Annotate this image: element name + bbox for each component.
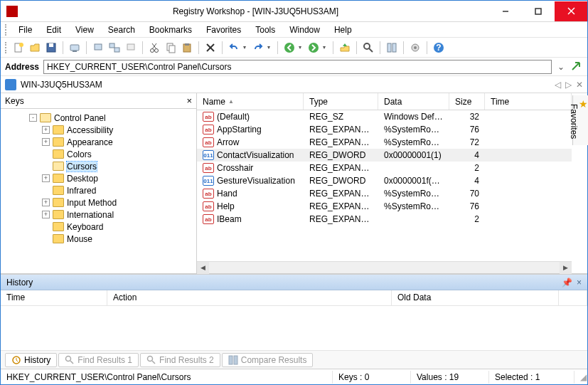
favorites-tab[interactable]: ★ Favorites: [572, 95, 588, 145]
value-row[interactable]: abCrosshairREG_EXPAND_...2: [197, 162, 572, 174]
menu-window[interactable]: Window: [283, 23, 326, 36]
menu-search[interactable]: Search: [102, 23, 141, 36]
expand-icon[interactable]: +: [42, 199, 50, 206]
menu-tools[interactable]: Tools: [249, 23, 282, 36]
tree-node[interactable]: +Appearance: [2, 136, 195, 148]
menu-file[interactable]: File: [12, 23, 38, 36]
redo-icon[interactable]: [251, 41, 265, 55]
address-input[interactable]: [43, 60, 552, 74]
save-icon[interactable]: [44, 41, 58, 55]
hist-col-time[interactable]: Time: [1, 290, 107, 305]
tree-node[interactable]: Mouse: [2, 233, 195, 245]
history-body[interactable]: [1, 306, 587, 350]
connect-icon[interactable]: [68, 41, 82, 55]
undo-icon[interactable]: [227, 41, 241, 55]
remote-machine-icon[interactable]: [107, 41, 122, 55]
new-icon[interactable]: [11, 41, 26, 55]
expand-icon[interactable]: +: [42, 126, 50, 134]
compare-icon[interactable]: [385, 41, 399, 55]
up-icon[interactable]: [338, 41, 352, 55]
delete-icon[interactable]: [203, 41, 218, 55]
value-row[interactable]: abArrowREG_EXPAND_...%SystemRoot...72: [197, 136, 572, 149]
resize-grip-icon[interactable]: ◢: [574, 371, 587, 384]
value-row[interactable]: ab(Default)REG_SZWindows Defa...32: [197, 110, 572, 123]
local-machine-icon[interactable]: [91, 41, 105, 55]
tab-find1[interactable]: Find Results 1: [58, 353, 139, 367]
tree-node-label: Infrared: [67, 186, 96, 196]
cut-icon[interactable]: [147, 41, 161, 55]
find-icon[interactable]: [361, 41, 375, 55]
pin-icon[interactable]: 📌: [562, 278, 572, 288]
settings-icon[interactable]: [408, 41, 422, 55]
value-type: REG_EXPAND_...: [304, 214, 378, 224]
undo-dropdown[interactable]: ▾: [243, 44, 249, 51]
tab-find2[interactable]: Find Results 2: [140, 353, 220, 367]
tree-node[interactable]: +Desktop: [2, 172, 195, 184]
back-dropdown[interactable]: ▾: [299, 44, 304, 51]
forward-icon[interactable]: [306, 41, 321, 55]
redo-dropdown[interactable]: ▾: [267, 44, 273, 51]
open-icon[interactable]: [28, 41, 42, 55]
tree-node[interactable]: Cursors: [2, 160, 195, 172]
menu-bookmarks[interactable]: Bookmarks: [143, 23, 198, 36]
disconnect-icon[interactable]: [124, 41, 138, 55]
tree-node[interactable]: +International: [2, 209, 195, 221]
prev-doc-icon[interactable]: ◁: [555, 80, 561, 90]
menu-view[interactable]: View: [69, 23, 100, 36]
value-row[interactable]: 011ContactVisualizationREG_DWORD0x000000…: [197, 149, 572, 162]
menu-edit[interactable]: Edit: [40, 23, 68, 36]
maximize-button[interactable]: [522, 1, 555, 21]
menu-favorites[interactable]: Favorites: [200, 23, 247, 36]
value-row[interactable]: abHandREG_EXPAND_...%SystemRoot...70: [197, 187, 572, 200]
copy-icon[interactable]: [164, 41, 178, 55]
tree-node-label: Appearance: [67, 137, 113, 147]
col-name[interactable]: Name▲: [197, 93, 304, 110]
keys-close-icon[interactable]: ×: [186, 95, 192, 106]
svg-point-15: [155, 48, 159, 52]
scroll-right-icon[interactable]: ▶: [560, 262, 572, 274]
history-close-icon[interactable]: ×: [577, 278, 582, 288]
expand-icon[interactable]: +: [42, 211, 50, 218]
expand-icon[interactable]: +: [42, 174, 50, 182]
collapse-icon[interactable]: -: [29, 114, 37, 122]
string-value-icon: ab: [203, 137, 214, 147]
value-row[interactable]: abHelpREG_EXPAND_...%SystemRoot...76: [197, 200, 572, 213]
value-row[interactable]: abIBeamREG_EXPAND_...2: [197, 213, 572, 226]
col-data[interactable]: Data: [378, 93, 449, 110]
hist-col-action[interactable]: Action: [107, 290, 392, 305]
toolbar-grip[interactable]: [5, 42, 8, 53]
forward-dropdown[interactable]: ▾: [323, 44, 328, 51]
tree-node[interactable]: Colors: [2, 148, 195, 160]
minimize-button[interactable]: [489, 1, 522, 21]
tree-node[interactable]: Infrared: [2, 184, 195, 196]
values-list[interactable]: ab(Default)REG_SZWindows Defa...32abAppS…: [197, 110, 572, 261]
scroll-left-icon[interactable]: ◀: [197, 262, 209, 274]
help-icon[interactable]: ?: [432, 41, 446, 55]
tree-node[interactable]: -Control Panel: [2, 112, 195, 124]
close-button[interactable]: [555, 1, 587, 21]
tree-node[interactable]: +Accessibility: [2, 124, 195, 136]
col-time[interactable]: Time: [485, 93, 572, 110]
tab-history[interactable]: History: [5, 353, 57, 367]
menu-grip[interactable]: [5, 24, 8, 36]
col-size[interactable]: Size: [449, 93, 485, 110]
col-type[interactable]: Type: [304, 93, 378, 110]
next-doc-icon[interactable]: ▷: [565, 80, 572, 90]
back-icon[interactable]: [282, 41, 296, 55]
tab-compare[interactable]: Compare Results: [222, 353, 314, 367]
expand-icon[interactable]: +: [42, 138, 50, 146]
paste-icon[interactable]: [180, 41, 194, 55]
address-dropdown-icon[interactable]: ⌄: [556, 62, 566, 72]
tree-node[interactable]: +Input Method: [2, 196, 195, 209]
close-doc-icon[interactable]: ✕: [576, 80, 583, 90]
keys-tree[interactable]: -Control Panel+Accessibility+AppearanceC…: [1, 109, 196, 273]
keys-title: Keys: [5, 96, 24, 106]
go-icon[interactable]: [570, 60, 583, 73]
value-row[interactable]: 011GestureVisualizationREG_DWORD0x000000…: [197, 174, 572, 187]
tree-node[interactable]: Keyboard: [2, 221, 195, 233]
menu-help[interactable]: Help: [328, 23, 358, 36]
values-hscroll[interactable]: ◀ ▶: [197, 261, 572, 273]
value-size: 72: [449, 137, 485, 147]
value-row[interactable]: abAppStartingREG_EXPAND_...%SystemRoot..…: [197, 123, 572, 136]
hist-col-old[interactable]: Old Data: [392, 290, 559, 305]
